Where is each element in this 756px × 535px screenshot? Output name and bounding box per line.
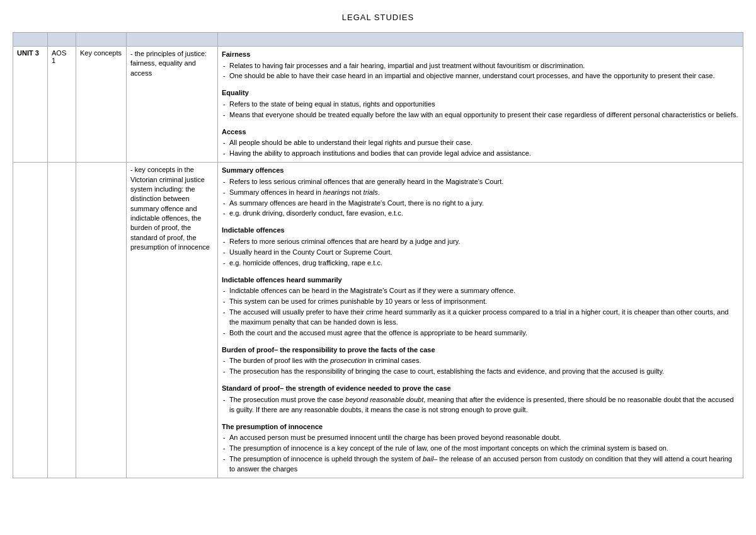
descriptor-cell-2: - key concepts in the Victorian criminal… (127, 163, 218, 478)
summary-bullet-3: As summary offences are heard in the Mag… (222, 198, 739, 209)
main-table: UNIT 3 AOS 1 Key concepts - the principl… (13, 32, 743, 478)
summary-bullet-2: Summary offences in heard in hearings no… (222, 188, 739, 198)
fairness-bullet-2: One should be able to have their case he… (222, 71, 739, 81)
access-bullet-1: All people should be able to understand … (222, 138, 739, 148)
access-bullet-2: Having the ability to approach instituti… (222, 149, 739, 159)
header-row (13, 33, 743, 47)
burden-bullet-1: The burden of proof lies with the prosec… (222, 356, 739, 366)
standard-of-proof-section: Standard of proof– the strength of evide… (222, 383, 739, 415)
header-col1 (13, 33, 48, 47)
header-col2 (48, 33, 76, 47)
indictable-summarily-bullet-3: The accused will usually prefer to have … (222, 308, 739, 328)
header-col3 (76, 33, 127, 47)
fairness-list: Relates to having fair processes and a f… (222, 61, 739, 82)
presumption-of-innocence-list: An accused person must be presumed innoc… (222, 433, 739, 475)
indictable-offences-list: Refers to more serious criminal offences… (222, 237, 739, 268)
burden-of-proof-title: Burden of proof– the responsibility to p… (222, 345, 739, 355)
content-cell-1: Fairness Relates to having fair processe… (218, 47, 743, 163)
equality-title: Equality (222, 88, 739, 98)
access-title: Access (222, 127, 739, 137)
standard-of-proof-title: Standard of proof– the strength of evide… (222, 383, 739, 394)
burden-of-proof-list: The burden of proof lies with the prosec… (222, 356, 739, 377)
summary-offences-list: Refers to less serious criminal offences… (222, 177, 739, 219)
indictable-summarily-bullet-1: Indictable offences can be heard in the … (222, 286, 739, 296)
presumption-of-innocence-title: The presumption of innocence (222, 422, 739, 432)
fairness-title: Fairness (222, 49, 739, 60)
indictable-bullet-1: Refers to more serious criminal offences… (222, 237, 739, 247)
access-section: Access All people should be able to unde… (222, 127, 739, 159)
summary-bullet-1: Refers to less serious criminal offences… (222, 177, 739, 187)
indictable-summarily-bullet-4: Both the court and the accused must agre… (222, 328, 739, 338)
presumption-bullet-3: The presumption of innocence is upheld t… (222, 454, 739, 475)
summary-offences-section: Summary offences Refers to less serious … (222, 165, 739, 219)
content-cell-2: Summary offences Refers to less serious … (218, 163, 743, 478)
presumption-bullet-2: The presumption of innocence is a key co… (222, 444, 739, 454)
summary-offences-title: Summary offences (222, 165, 739, 176)
indictable-summarily-section: Indictable offences heard summarily Indi… (222, 275, 739, 338)
fairness-bullet-1: Relates to having fair processes and a f… (222, 61, 739, 71)
aos-cell: AOS 1 (48, 47, 76, 163)
equality-section: Equality Refers to the state of being eq… (222, 88, 739, 120)
indictable-bullet-2: Usually heard in the County Court or Sup… (222, 248, 739, 258)
equality-bullet-2: Means that everyone should be treated eq… (222, 110, 739, 120)
table-row-2: - key concepts in the Victorian criminal… (13, 163, 743, 478)
unit-cell: UNIT 3 (13, 47, 48, 163)
burden-of-proof-section: Burden of proof– the responsibility to p… (222, 345, 739, 377)
standard-bullet-1: The prosecution must prove the case beyo… (222, 395, 739, 415)
equality-list: Refers to the state of being equal in st… (222, 100, 739, 120)
descriptor-cell-1: - the principles of justice: fairness, e… (127, 47, 218, 163)
page-title: LEGAL STUDIES (13, 13, 743, 22)
presumption-of-innocence-section: The presumption of innocence An accused … (222, 422, 739, 475)
indictable-summarily-title: Indictable offences heard summarily (222, 275, 739, 285)
indictable-summarily-list: Indictable offences can be heard in the … (222, 286, 739, 338)
header-col4 (127, 33, 218, 47)
fairness-section: Fairness Relates to having fair processe… (222, 49, 739, 81)
key-cell-2 (76, 163, 127, 478)
header-col5 (218, 33, 743, 47)
access-list: All people should be able to understand … (222, 138, 739, 159)
unit-cell-2 (13, 163, 48, 478)
indictable-bullet-3: e.g. homicide offences, drug trafficking… (222, 258, 739, 268)
indictable-offences-title: Indictable offences (222, 225, 739, 236)
indictable-summarily-bullet-2: This system can be used for crimes punis… (222, 297, 739, 307)
aos-cell-2 (48, 163, 76, 478)
table-row-1: UNIT 3 AOS 1 Key concepts - the principl… (13, 47, 743, 163)
equality-bullet-1: Refers to the state of being equal in st… (222, 100, 739, 110)
presumption-bullet-1: An accused person must be presumed innoc… (222, 433, 739, 443)
standard-of-proof-list: The prosecution must prove the case beyo… (222, 395, 739, 415)
indictable-offences-section: Indictable offences Refers to more serio… (222, 225, 739, 268)
key-concepts-cell: Key concepts (76, 47, 127, 163)
summary-bullet-4: e.g. drunk driving, disorderly conduct, … (222, 209, 739, 219)
burden-bullet-2: The prosecution has the responsibility o… (222, 367, 739, 377)
